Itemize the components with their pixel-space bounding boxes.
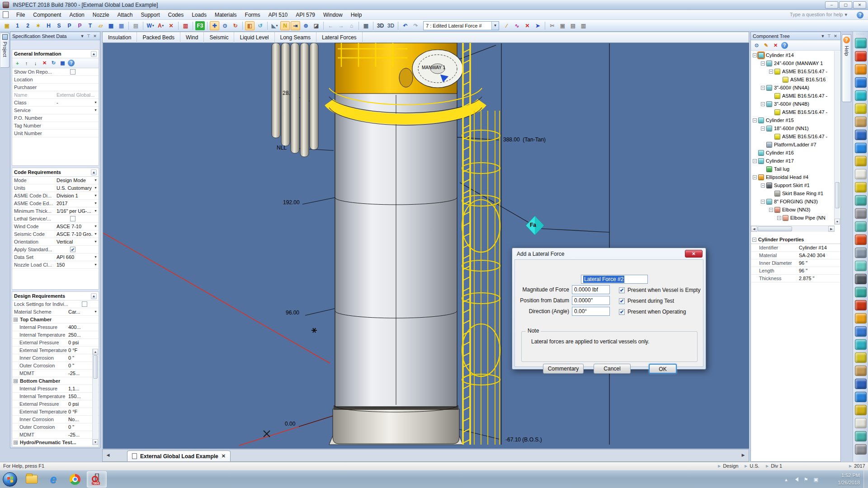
tree-tool-icon[interactable]: ✕ (772, 42, 779, 49)
taskbar-explorer[interactable] (22, 471, 42, 488)
show-desktop-button[interactable] (863, 470, 868, 488)
grid-row[interactable]: ⊟ Class ✔- ▼ (12, 99, 99, 107)
tree-item[interactable]: − Ellipsoidal Head #4 (751, 173, 835, 181)
grid-row[interactable]: ⊟ ASME Code Ed... ✔2017 ▼ (12, 200, 99, 207)
panel-tool-icon[interactable]: ↑ (23, 59, 30, 67)
identifier-input[interactable]: Lateral Force #2 (581, 275, 648, 284)
component-palette-icon[interactable] (855, 261, 867, 271)
toolbar-icon[interactable]: ✚▾ (210, 21, 219, 30)
toolbar-icon[interactable]: ✕▾ (523, 21, 532, 30)
grid-row[interactable]: ⊟ Purchaser ✔ ▼ (12, 84, 99, 91)
toolbar-icon[interactable]: N▾ (280, 21, 290, 30)
tab-help[interactable]: ? Help (842, 34, 851, 102)
toolbar-icon[interactable]: ▾ (398, 22, 398, 30)
dropdown-arrow-icon[interactable]: ▼ (93, 107, 99, 114)
taskbar-internet-explorer[interactable]: e (43, 471, 63, 488)
tab-scroll-right-icon[interactable]: ▶ (740, 451, 747, 460)
tree-item[interactable]: − 18"-600# (NN1) (751, 124, 835, 132)
load-case-combo[interactable]: 7 : Edited Lateral Force # ▼ (423, 21, 499, 30)
dropdown-arrow-icon[interactable]: ▼ (93, 238, 99, 245)
checkbox[interactable]: ✔ (70, 216, 75, 221)
grid-row[interactable]: ⊟ Wind Code ✔ASCE 7-10 ▼ (12, 223, 99, 230)
toolbar-icon[interactable]: ↺▾ (255, 21, 265, 30)
toolbar-icon[interactable]: ▾ (545, 22, 545, 30)
dropdown-arrow-icon[interactable]: ▼ (93, 184, 99, 192)
menu-item[interactable]: Window (319, 10, 347, 19)
document-tab[interactable]: External Global Load Example ✕ (127, 450, 231, 461)
toolbar-icon[interactable]: ▾ (193, 22, 193, 30)
toolbar-icon[interactable]: P▾ (65, 21, 74, 30)
grid-row[interactable]: ⊟ Material Scheme ✔Car... ▼ (12, 308, 99, 316)
dropdown-arrow-icon[interactable]: ▼ (93, 177, 99, 184)
toolbar-icon[interactable]: ◪▾ (311, 21, 321, 30)
toolbar-icon[interactable]: ▣▾ (558, 21, 567, 30)
checkbox[interactable]: ✔ (70, 247, 75, 252)
grid-row[interactable]: ⊟ MDMT ✔-25... ▼ (12, 370, 99, 377)
tab-project[interactable]: Project (0, 33, 9, 68)
component-palette-icon[interactable] (855, 339, 867, 350)
grid-row[interactable]: ⊟ Outer Corrosion ✔0 " ▼ (12, 423, 99, 431)
minimize-button[interactable]: – (825, 1, 838, 9)
grid-row[interactable]: ⊟ Tag Number ✔ ▼ (12, 122, 99, 130)
expander-icon[interactable]: − (761, 86, 765, 90)
expander-icon[interactable]: − (777, 216, 781, 220)
component-palette-icon[interactable] (855, 444, 867, 455)
expander-icon[interactable]: − (769, 70, 773, 74)
grid-row[interactable]: ⊟ Internal Pressure ✔400... ▼ (12, 324, 99, 331)
toolbar-icon[interactable]: ▾ (128, 22, 129, 30)
help-question-box[interactable]: Type a question for help▾ (790, 12, 847, 18)
toolbar-icon[interactable]: F3▾ (195, 21, 205, 30)
analysis-tab[interactable]: Seismic (204, 32, 234, 43)
scroll-down-icon[interactable]: ▼ (835, 219, 840, 225)
analysis-tab[interactable]: Long Seams (275, 32, 316, 43)
tree-item[interactable]: − 8" FORGING (NN3) (751, 197, 835, 206)
status-segment[interactable]: ▶2017 (849, 463, 865, 469)
toolbar-icon[interactable]: ◣▾ (270, 21, 279, 30)
grid-row[interactable]: ⊟ Nozzle Load Cl... ✔150 ▼ (12, 261, 99, 269)
tab-scroll-left-icon[interactable]: ◀ (104, 451, 112, 460)
component-palette-icon[interactable] (855, 143, 867, 153)
volume-icon[interactable] (793, 477, 798, 482)
scroll-left-icon[interactable]: ◀ (751, 226, 757, 232)
menu-item[interactable]: Support (137, 10, 164, 19)
toolbar-icon[interactable]: ⇥▾ (291, 21, 300, 30)
tree-item[interactable]: − ASME B16.5/16.47 - (751, 67, 835, 75)
toolbar-icon[interactable]: ↻▾ (231, 21, 240, 30)
toolbar-icon[interactable]: 1▾ (13, 21, 22, 30)
scroll-thumb[interactable] (758, 226, 792, 231)
component-palette-icon[interactable] (855, 313, 867, 324)
component-palette-icon[interactable] (855, 221, 867, 232)
toolbar-icon[interactable]: ▾ (359, 22, 359, 30)
tree-tool-icon[interactable]: ✎ (762, 42, 770, 49)
taskbar-inspect[interactable]: 7800 (87, 471, 107, 488)
toolbar-icon[interactable]: ◧▾ (245, 21, 255, 30)
toolbar-icon[interactable]: S▾ (54, 21, 64, 30)
toolbar-icon[interactable]: ▾ (242, 22, 243, 30)
status-segment[interactable]: ▶Design (718, 463, 738, 469)
toolbar-icon[interactable]: ✂▾ (547, 21, 557, 30)
menu-item[interactable]: Component (29, 10, 65, 19)
expander-icon[interactable]: − (761, 102, 765, 106)
tree-item[interactable]: Tail lug (751, 165, 835, 173)
component-palette-icon[interactable] (855, 418, 867, 428)
dropdown-arrow-icon[interactable]: ▼ (93, 261, 99, 268)
component-palette-icon[interactable] (855, 392, 867, 402)
analysis-tab[interactable]: Insulation (103, 32, 137, 43)
component-palette-icon[interactable] (855, 195, 867, 206)
tree-vertical-scrollbar[interactable]: ▼ (834, 51, 840, 225)
pin-icon[interactable]: ⊤ (826, 34, 832, 38)
expander-icon[interactable]: − (761, 127, 765, 131)
menu-item[interactable]: Action (65, 10, 88, 19)
checkbox[interactable]: ✔ (619, 298, 625, 304)
toolbar-icon[interactable]: ▥▾ (181, 21, 190, 30)
tree-item[interactable]: Cylinder #16 (751, 149, 835, 157)
dropdown-arrow-icon[interactable]: ▼ (93, 192, 99, 199)
expander-icon[interactable]: − (769, 208, 773, 212)
grid-row[interactable]: ⊟ Top Chamber ✔ ▼ (12, 316, 99, 324)
component-palette-icon[interactable] (855, 235, 867, 245)
tab-close-icon[interactable]: ✕ (222, 453, 226, 459)
panel-tool-icon[interactable]: ✕ (41, 59, 48, 67)
vessel-3d-canvas[interactable] (103, 43, 749, 449)
toolbar-icon[interactable]: →▾ (336, 21, 346, 30)
component-palette-icon[interactable] (855, 103, 867, 114)
